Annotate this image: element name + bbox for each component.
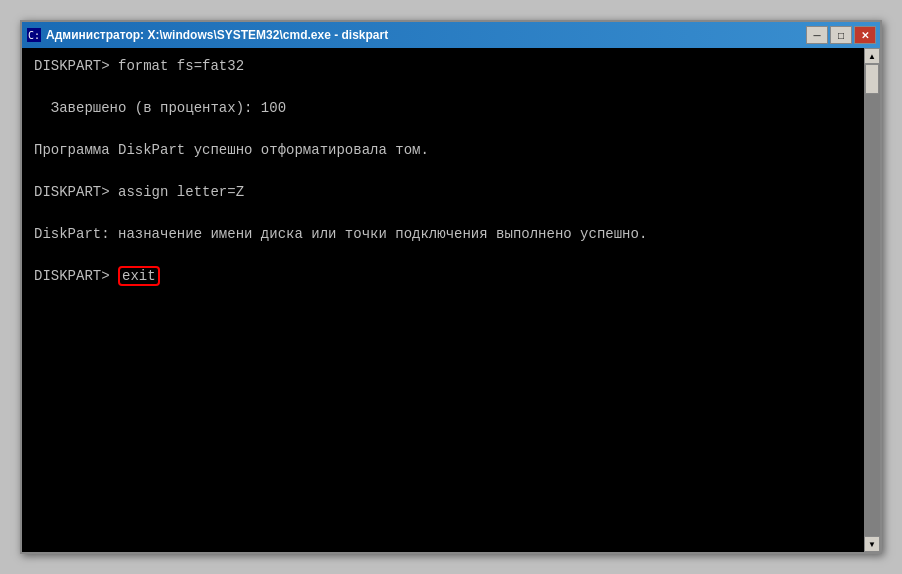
- title-bar-left: C: Администратор: X:\windows\SYSTEM32\cm…: [26, 27, 388, 43]
- terminal-line-1: DISKPART> format fs=fat32: [34, 56, 852, 77]
- minimize-button[interactable]: ─: [806, 26, 828, 44]
- svg-text:C:: C:: [28, 30, 40, 41]
- scrollbar[interactable]: ▲ ▼: [864, 48, 880, 552]
- scrollbar-track[interactable]: [864, 64, 880, 536]
- terminal-line-8: [34, 203, 852, 224]
- terminal-line-3: Завершено (в процентах): 100: [34, 98, 852, 119]
- terminal-icon: C:: [26, 27, 42, 43]
- title-bar: C: Администратор: X:\windows\SYSTEM32\cm…: [22, 22, 880, 48]
- terminal-line-11: DISKPART> exit: [34, 266, 852, 287]
- terminal-line-7: DISKPART> assign letter=Z: [34, 182, 852, 203]
- terminal-line-5: Программа DiskPart успешно отформатирова…: [34, 140, 852, 161]
- scrollbar-thumb[interactable]: [865, 64, 879, 94]
- terminal-wrapper: DISKPART> format fs=fat32 Завершено (в п…: [22, 48, 880, 552]
- maximize-button[interactable]: □: [830, 26, 852, 44]
- exit-command-highlight: exit: [118, 266, 160, 286]
- terminal-line-6: [34, 161, 852, 182]
- title-bar-buttons: ─ □ ✕: [806, 26, 876, 44]
- scroll-up-button[interactable]: ▲: [864, 48, 880, 64]
- close-button[interactable]: ✕: [854, 26, 876, 44]
- terminal-line-2: [34, 77, 852, 98]
- cmd-window: C: Администратор: X:\windows\SYSTEM32\cm…: [20, 20, 882, 554]
- scroll-down-button[interactable]: ▼: [864, 536, 880, 552]
- window-title: Администратор: X:\windows\SYSTEM32\cmd.e…: [46, 28, 388, 42]
- terminal-content[interactable]: DISKPART> format fs=fat32 Завершено (в п…: [22, 48, 864, 552]
- terminal-line-4: [34, 119, 852, 140]
- terminal-line-9: DiskPart: назначение имени диска или точ…: [34, 224, 852, 245]
- terminal-line-10: [34, 245, 852, 266]
